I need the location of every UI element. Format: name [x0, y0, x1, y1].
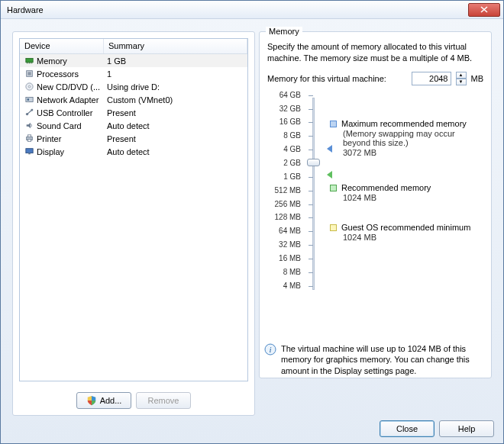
svg-rect-11	[27, 98, 29, 101]
table-row[interactable]: DisplayAuto detect	[20, 145, 247, 158]
device-summary: Using drive D:	[105, 82, 244, 92]
table-row[interactable]: Sound CardAuto detect	[20, 119, 247, 132]
memory-slider[interactable]	[305, 95, 322, 293]
svg-rect-10	[25, 98, 32, 102]
svg-rect-2	[27, 63, 28, 64]
svg-rect-5	[31, 63, 32, 64]
memory-spin-up[interactable]: ▲	[456, 72, 467, 79]
nic-icon	[24, 95, 34, 104]
shield-icon	[86, 395, 97, 406]
tick-label: 32 GB	[279, 105, 301, 113]
svg-rect-1	[26, 63, 27, 64]
device-name: USB Controller	[35, 108, 105, 117]
device-name: Memory	[35, 56, 105, 66]
add-button-label: Add...	[100, 396, 122, 405]
add-button[interactable]: Add...	[76, 392, 131, 409]
svg-rect-0	[25, 59, 32, 63]
close-icon	[480, 6, 488, 13]
col-summary[interactable]: Summary	[104, 39, 247, 53]
window-title: Hardware	[7, 5, 44, 14]
memory-input[interactable]	[412, 72, 451, 85]
slider-thumb[interactable]	[307, 159, 320, 166]
memory-spin-down[interactable]: ▼	[456, 79, 467, 85]
tick-label: 8 GB	[283, 131, 301, 140]
tick-label: 1 GB	[283, 172, 301, 181]
device-summary: 1	[105, 69, 244, 79]
device-name: Network Adapter	[35, 95, 105, 105]
memory-description: Specify the amount of memory allocated t…	[267, 41, 483, 64]
remove-button: Remove	[136, 392, 191, 409]
square-yellow-icon	[330, 224, 337, 231]
rec-value: 1024 MB	[343, 193, 431, 202]
memory-legend: Memory	[266, 27, 302, 36]
device-summary: Auto detect	[105, 147, 244, 156]
device-name: Printer	[35, 134, 105, 143]
memory-unit: MB	[471, 74, 484, 83]
tick-label: 512 MB	[275, 186, 301, 195]
max-rec-label: Maximum recommended memory	[341, 119, 467, 128]
svg-rect-13	[31, 109, 33, 111]
device-summary: Auto detect	[105, 121, 244, 130]
svg-text:i: i	[269, 345, 271, 354]
printer-icon	[24, 134, 34, 143]
tick-label: 16 GB	[279, 117, 301, 126]
memory-icon	[24, 56, 34, 65]
tick-label: 64 GB	[279, 91, 301, 99]
col-device[interactable]: Device	[20, 39, 104, 53]
device-name: Processors	[35, 69, 105, 79]
svg-rect-7	[27, 72, 31, 75]
sound-icon	[24, 121, 34, 130]
remove-button-label: Remove	[148, 396, 179, 405]
max-rec-value: 3072 MB	[343, 148, 483, 157]
device-summary: Present	[105, 108, 244, 117]
tick-label: 64 MB	[279, 227, 301, 235]
tick-label: 256 MB	[275, 200, 301, 208]
svg-rect-17	[25, 149, 32, 153]
table-row[interactable]: Memory1 GB	[20, 54, 247, 67]
square-green-icon	[330, 185, 337, 191]
hardware-dialog: Hardware Device Summary Memory1 GBProces…	[0, 0, 504, 444]
rec-label: Recommended memory	[341, 183, 431, 192]
table-row[interactable]: USB ControllerPresent	[20, 106, 247, 119]
memory-input-label: Memory for this virtual machine:	[267, 74, 386, 83]
info-icon: i	[264, 343, 276, 356]
tick-label: 4 MB	[283, 282, 301, 290]
svg-rect-18	[28, 153, 31, 155]
square-blue-icon	[330, 121, 337, 127]
display-icon	[24, 147, 34, 156]
close-button[interactable]: Close	[380, 420, 435, 437]
svg-rect-4	[30, 63, 31, 64]
device-name: Display	[35, 147, 105, 156]
tick-label: 8 MB	[283, 268, 301, 276]
device-summary: Custom (VMnet0)	[105, 95, 244, 105]
device-summary: 1 GB	[105, 56, 244, 66]
guest-label: Guest OS recommended minimum	[341, 223, 470, 232]
window-close-button[interactable]	[468, 3, 500, 17]
svg-rect-15	[27, 135, 31, 137]
memory-info-text: The virtual machine will use up to 1024 …	[281, 343, 488, 376]
max-rec-note: (Memory swapping may occur beyond this s…	[343, 129, 483, 147]
table-row[interactable]: Processors1	[20, 67, 247, 80]
table-header: Device Summary	[20, 39, 247, 54]
tick-label: 32 MB	[279, 240, 301, 249]
tick-label: 16 MB	[279, 254, 301, 262]
guest-value: 1024 MB	[343, 233, 470, 242]
device-table[interactable]: Device Summary Memory1 GBProcessors1New …	[19, 38, 248, 381]
svg-rect-3	[29, 63, 30, 64]
slider-ticks: 64 GB32 GB16 GB8 GB4 GB2 GB1 GB512 MB256…	[267, 95, 305, 293]
device-panel: Device Summary Memory1 GBProcessors1New …	[12, 31, 255, 416]
device-summary: Present	[105, 134, 244, 143]
table-row[interactable]: Network AdapterCustom (VMnet0)	[20, 93, 247, 106]
help-button[interactable]: Help	[439, 420, 494, 437]
table-row[interactable]: New CD/DVD (...Using drive D:	[20, 80, 247, 93]
device-name: Sound Card	[35, 121, 105, 130]
cd-icon	[24, 82, 34, 91]
svg-rect-16	[27, 140, 31, 142]
cpu-icon	[24, 69, 34, 78]
memory-panel: Memory Specify the amount of memory allo…	[259, 31, 492, 382]
tick-label: 4 GB	[283, 145, 301, 153]
usb-icon	[24, 108, 34, 117]
table-row[interactable]: PrinterPresent	[20, 132, 247, 145]
tick-label: 128 MB	[275, 213, 301, 221]
svg-point-9	[28, 85, 31, 88]
